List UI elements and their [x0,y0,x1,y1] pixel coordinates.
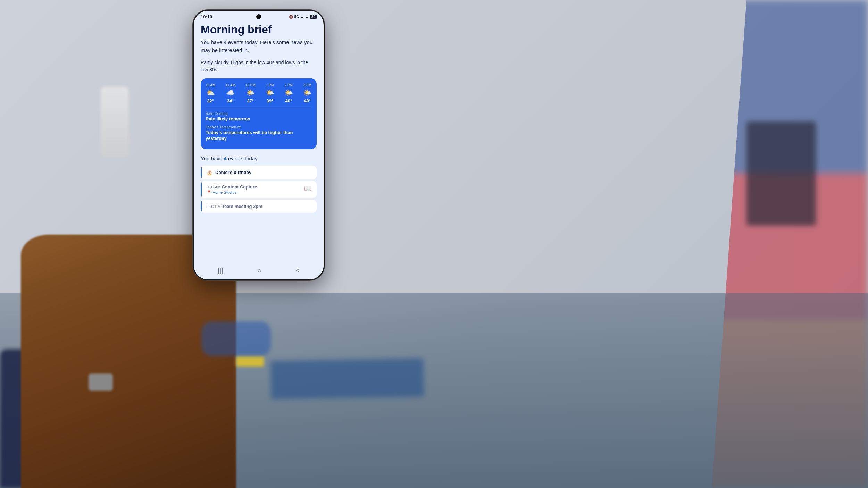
events-count: 4 [224,155,226,161]
signal-icon: ▲ [300,15,304,19]
bg-bottle [101,87,128,156]
weather-temp-1: 34° [227,98,234,103]
weather-hour-0: 10 AM ⛅ 32° [206,83,215,103]
event-team-meeting-row: 2:00 PM Team meeting 2pm [201,200,317,213]
nav-bar: ||| ○ < [194,263,324,279]
phone-screen: 10:10 🔇 5G ▲ ▲ 80 Morning brief You have… [194,11,324,279]
event-book-icon: 📖 [304,184,312,192]
event-time-0: 8:00 AM Content Capture [207,184,304,190]
weather-hour-5: 3 PM 🌤️ 40° [303,83,312,103]
weather-alert-value-1: Today's temperatures will be higher than… [206,130,312,142]
event-card-content-capture[interactable]: 8:00 AM Content Capture 📍 Home Studios 📖 [201,181,317,198]
bg-device-right [746,121,816,226]
weather-temp-4: 40° [285,98,292,103]
network-label: 5G [294,15,299,19]
weather-temp-2: 37° [247,98,254,103]
events-heading: You have 4 events today. [201,155,317,161]
event-content-capture-row: 8:00 AM Content Capture 📍 Home Studios 📖 [201,181,317,198]
weather-hour-3: 1 PM 🌤️ 39° [266,83,274,103]
event-team-meeting-details: 2:00 PM Team meeting 2pm [207,203,312,209]
mute-icon: 🔇 [289,15,293,19]
page-title: Morning brief [201,24,317,36]
weather-icon-5: 🌤️ [303,89,312,97]
status-icons: 🔇 5G ▲ ▲ 80 [289,15,317,19]
weather-alert-0: Rain Coming Rain likely tomorrow [206,111,312,122]
event-card-birthday[interactable]: 🎂 Daniel's birthday [201,166,317,179]
weather-icon-4: 🌤️ [284,89,293,97]
weather-temp-5: 40° [304,98,311,103]
bg-folder [270,358,424,399]
brief-subtitle: You have 4 events today. Here's some new… [201,39,317,54]
weather-card: 10 AM ⛅ 32° 11 AM ☁️ 34° 12 PM [201,78,317,149]
phone-frame: 10:10 🔇 5G ▲ ▲ 80 Morning brief You have… [193,10,325,280]
weather-alert-1: Today's Temperature Today's temperatures… [206,125,312,142]
event-card-team-meeting[interactable]: 2:00 PM Team meeting 2pm [201,200,317,213]
weather-temp-0: 32° [207,98,214,103]
event-location-0: 📍 Home Studios [207,190,304,195]
event-content-capture-details: 8:00 AM Content Capture 📍 Home Studios [207,184,304,195]
camera-cutout [256,14,261,19]
weather-icon-0: ⛅ [206,89,215,97]
battery-icon: 80 [310,15,317,19]
wifi-icon: ▲ [305,15,309,19]
weather-icon-3: 🌤️ [266,89,274,97]
hour-label-5: 3 PM [303,83,311,87]
hour-label-4: 2 PM [285,83,293,87]
nav-home-button[interactable]: ○ [257,267,261,275]
hour-label-1: 11 AM [225,83,235,87]
weather-hour-4: 2 PM 🌤️ 40° [284,83,293,103]
weather-icon-1: ☁️ [226,89,235,97]
weather-hourly-row: 10 AM ⛅ 32° 11 AM ☁️ 34° 12 PM [206,83,312,103]
hour-label-3: 1 PM [266,83,274,87]
weather-icon-2: 🌤️ [246,89,255,97]
screen-content: Morning brief You have 4 events today. H… [194,21,324,263]
weather-hour-2: 12 PM 🌤️ 37° [245,83,256,103]
bg-yellow-item [236,356,264,367]
background [0,0,868,488]
hour-label-2: 12 PM [245,83,256,87]
status-time: 10:10 [201,14,212,19]
weather-temp-3: 39° [266,98,273,103]
event-birthday-title: Daniel's birthday [215,170,251,175]
weather-alert-value-0: Rain likely tomorrow [206,116,312,122]
event-birthday-row: 🎂 Daniel's birthday [201,166,317,179]
weather-divider [206,108,312,108]
weather-hour-1: 11 AM ☁️ 34° [225,83,235,103]
weather-alert-label-1: Today's Temperature [206,125,312,129]
hour-label-0: 10 AM [206,83,215,87]
weather-description: Partly cloudy. Highs in the low 40s and … [201,59,317,74]
weather-alert-label-0: Rain Coming [206,111,312,116]
phone-body: 10:10 🔇 5G ▲ ▲ 80 Morning brief You have… [193,10,325,280]
nav-menu-button[interactable]: ||| [218,267,223,275]
bg-fabric [201,321,271,356]
bg-watch [89,373,113,391]
nav-back-button[interactable]: < [295,267,300,275]
event-time-1: 2:00 PM Team meeting 2pm [207,204,262,209]
